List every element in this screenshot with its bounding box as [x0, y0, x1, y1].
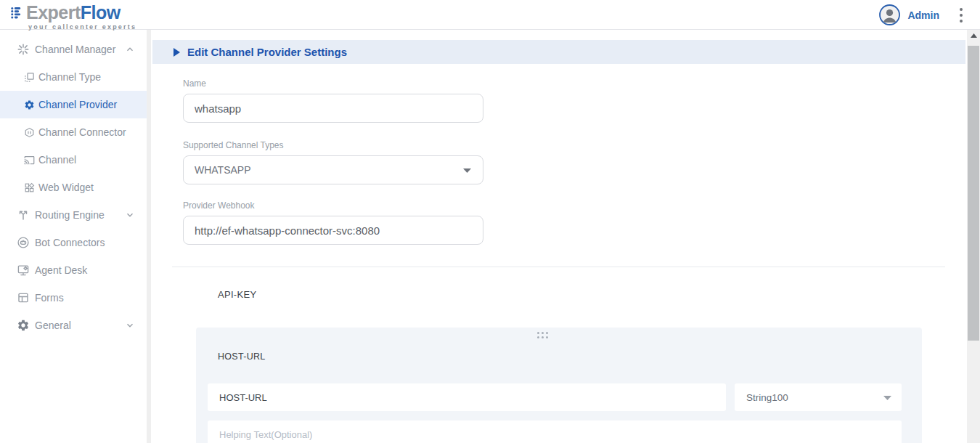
top-header: ExpertFlow your callcenter experts Admin	[0, 0, 980, 30]
sidebar-item-label: General	[35, 320, 71, 331]
channel-icon	[24, 155, 35, 166]
attribute-type-select[interactable]: String100	[735, 383, 902, 411]
kebab-menu-icon[interactable]	[957, 5, 965, 25]
dropdown-arrow-icon	[463, 168, 471, 173]
sidebar-nav: Channel Manager Channel Type Channel Pro…	[0, 36, 147, 339]
dropdown-arrow-icon	[883, 396, 891, 400]
sidebar-item-label: Channel	[38, 154, 76, 166]
chevron-up-icon	[125, 44, 135, 54]
api-key-heading: API-KEY	[218, 289, 256, 300]
channel-manager-icon	[17, 43, 30, 56]
sidebar-item-channel[interactable]: Channel	[0, 146, 147, 174]
channel-connector-icon	[24, 127, 35, 138]
sidebar-item-label: Channel Connector	[38, 126, 126, 138]
chevron-down-icon	[125, 210, 135, 220]
sidebar-item-label: Channel Provider	[38, 99, 117, 110]
sidebar-item-channel-type[interactable]: Channel Type	[0, 63, 147, 91]
web-widget-icon	[24, 182, 35, 193]
general-icon	[17, 319, 30, 332]
channel-provider-icon	[24, 99, 35, 110]
logo-text-flow: Flow	[81, 2, 121, 23]
logo-tagline: your callcenter experts	[28, 23, 136, 31]
scrollbar-up-arrow[interactable]	[967, 30, 980, 41]
forms-icon	[17, 291, 30, 304]
name-label: Name	[183, 78, 206, 89]
sidebar-item-bot-connectors[interactable]: Bot Connectors	[0, 229, 147, 256]
sidebar-item-label: Agent Desk	[35, 264, 87, 276]
chevron-down-icon	[125, 320, 135, 330]
sidebar-item-general[interactable]: General	[0, 312, 147, 339]
helping-text-input[interactable]	[208, 420, 902, 443]
supported-channel-types-value: WHATSAPP	[195, 164, 251, 176]
sidebar-item-forms[interactable]: Forms	[0, 284, 147, 312]
provider-webhook-label: Provider Webhook	[183, 200, 255, 211]
sidebar-item-channel-provider[interactable]: Channel Provider	[0, 91, 147, 118]
section-divider	[172, 267, 945, 267]
sidebar-item-web-widget[interactable]: Web Widget	[0, 174, 147, 201]
channel-type-icon	[24, 72, 35, 83]
admin-username[interactable]: Admin	[907, 9, 939, 21]
sidebar-item-label: Channel Type	[38, 71, 101, 83]
sidebar-item-label: Channel Manager	[35, 44, 115, 55]
sidebar-item-channel-manager[interactable]: Channel Manager	[0, 36, 147, 63]
attribute-group-panel: HOST-URL String100	[196, 328, 922, 443]
bot-connectors-icon	[17, 236, 30, 249]
logo-text: ExpertFlow	[26, 3, 121, 22]
sidebar-item-label: Bot Connectors	[35, 237, 105, 248]
expand-triangle-icon	[173, 48, 180, 57]
sidebar-item-label: Forms	[35, 292, 64, 304]
attribute-key-input[interactable]	[208, 383, 726, 411]
page-title: Edit Channel Provider Settings	[187, 46, 347, 58]
sidebar-item-agent-desk[interactable]: Agent Desk	[0, 256, 147, 284]
user-menu-area: Admin	[879, 0, 965, 30]
host-url-heading: HOST-URL	[218, 351, 266, 362]
provider-webhook-input[interactable]	[183, 216, 483, 245]
supported-channel-types-select[interactable]: WHATSAPP	[183, 155, 483, 184]
sidebar: Channel Manager Channel Type Channel Pro…	[0, 30, 147, 443]
name-input[interactable]	[183, 94, 483, 123]
sidebar-scrollbar-track[interactable]	[147, 30, 151, 443]
sidebar-item-channel-connector[interactable]: Channel Connector	[0, 118, 147, 146]
sidebar-item-label: Routing Engine	[35, 209, 105, 221]
attribute-type-value: String100	[746, 392, 788, 403]
expertflow-logo[interactable]: ExpertFlow your callcenter experts	[10, 3, 121, 22]
expertflow-logo-icon	[10, 3, 23, 22]
agent-desk-icon	[17, 264, 30, 277]
sidebar-item-label: Web Widget	[38, 182, 94, 193]
edit-settings-header[interactable]: Edit Channel Provider Settings	[152, 40, 965, 64]
supported-channel-types-label: Supported Channel Types	[183, 140, 284, 150]
avatar[interactable]	[879, 4, 900, 25]
triangle-up-icon	[971, 33, 977, 38]
sidebar-item-routing-engine[interactable]: Routing Engine	[0, 201, 147, 229]
drag-handle-icon[interactable]	[537, 332, 550, 340]
main-scrollbar-thumb[interactable]	[968, 46, 979, 341]
routing-engine-icon	[17, 208, 30, 222]
logo-text-expert: Expert	[26, 2, 81, 23]
main-scrollbar-track[interactable]	[967, 30, 980, 443]
